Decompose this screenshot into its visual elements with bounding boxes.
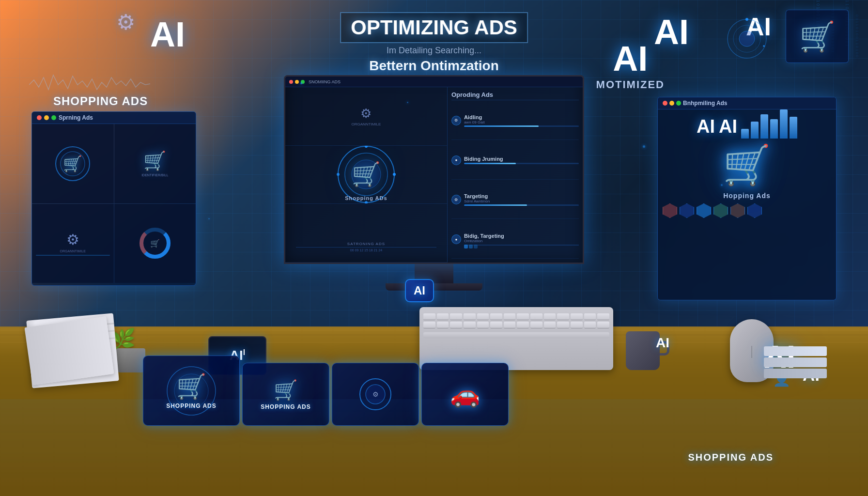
right-panel-title: Bnhpmiling Ads xyxy=(683,100,728,107)
cell-3-label: ORGANNTIMILE xyxy=(60,249,86,253)
item-title-1: Aidling xyxy=(464,114,579,120)
plant-leaves: 🌿 xyxy=(111,329,150,348)
svg-point-13 xyxy=(365,146,368,148)
key-7 xyxy=(504,313,516,320)
key-15 xyxy=(423,322,435,328)
right-panel-content: AI AI 🛒 Hopping Ads xyxy=(658,109,836,298)
gear-icon: ⚙ xyxy=(116,10,135,34)
left-panel-cell-4: 🛒 xyxy=(114,204,196,283)
svg-text:⚙: ⚙ xyxy=(372,390,379,398)
desk-card-3: ⚙ xyxy=(332,363,419,426)
left-panel-title: Sprning Ads xyxy=(59,114,93,121)
dot-b-2 xyxy=(469,245,473,248)
cell-3-bar xyxy=(36,255,110,256)
item-bar-1 xyxy=(464,125,579,127)
screen-right-item-4: ● Bidig, Targeting Omtization xyxy=(451,220,579,259)
ring-chart: 🛒 xyxy=(138,226,172,260)
rpanel-bar-3 xyxy=(760,114,768,139)
ring-cart-1: 🛒 xyxy=(53,144,92,183)
screen-topbar-title: SNOMIING ADS xyxy=(309,79,341,84)
mouse-click-line xyxy=(752,346,752,358)
svg-point-6 xyxy=(61,152,85,176)
right-panel-dot-yellow xyxy=(669,101,674,106)
item-title-3: Targeting xyxy=(464,193,579,199)
hex-5 xyxy=(730,203,745,218)
hex-1 xyxy=(663,203,677,218)
coffee-mug xyxy=(626,331,660,372)
rpanel-hexagons xyxy=(663,203,831,218)
book-stack xyxy=(764,346,827,380)
chart-bars xyxy=(360,214,372,241)
key-11 xyxy=(557,313,569,320)
right-panel-header: Bnhpmiling Ads xyxy=(658,97,836,109)
hex-4 xyxy=(713,203,728,218)
monitor-screen: SNOMIING ADS ⚙ ORGANNTIMILE xyxy=(284,75,584,264)
dot-b-1 xyxy=(464,245,468,248)
key-5 xyxy=(477,313,489,320)
screen-shopping-label: Shopping ADs xyxy=(345,195,387,201)
cell-2-label: IDENTIFIER/BILL xyxy=(141,173,168,177)
key-10 xyxy=(544,313,556,320)
item-title-2: Biding Jruming xyxy=(464,156,579,162)
particle-1 xyxy=(300,82,302,84)
key-18 xyxy=(464,322,476,328)
rpanel-bars xyxy=(741,114,797,139)
rpanel-ai-2: AI xyxy=(719,116,737,137)
chart-axis xyxy=(296,247,436,248)
screen-cell-chart: SATRONING ADS 06 09 12 15 18 21 24 xyxy=(285,204,447,263)
matrix-col-4: 00110100110100 xyxy=(852,15,860,58)
cart-icon-cell-2: 🛒 xyxy=(143,150,166,171)
center-glow-container: 🛒 xyxy=(352,161,381,188)
item-bar-fill-1 xyxy=(464,125,539,127)
desk-card-2-cart: 🛒 xyxy=(274,379,298,402)
svg-point-2 xyxy=(739,31,755,46)
right-panel-dot-green xyxy=(676,101,681,106)
left-panel-dot-yellow xyxy=(44,115,49,120)
rpanel-ai-1: AI xyxy=(697,116,715,137)
keyboard xyxy=(419,307,613,370)
optimizing-ads-title: OPTIMIZING ADS xyxy=(340,12,528,43)
key-21 xyxy=(504,322,516,328)
center-cart-icon: 🛒 xyxy=(352,161,381,187)
key-20 xyxy=(490,322,502,328)
shopping-ads-top-left: SHOPPING ADS xyxy=(53,94,148,108)
item-dot-1: ⚙ xyxy=(451,116,461,125)
desk-card-4: 🚗 xyxy=(421,363,509,426)
right-panel-dot-red xyxy=(663,101,667,106)
item-title-4: Bidig, Targeting xyxy=(464,233,579,239)
hex-2 xyxy=(680,203,694,218)
key-2 xyxy=(437,313,449,320)
monitor-screen-inner: ⚙ ORGANNTIMILE xyxy=(285,87,583,263)
screen-left: ⚙ ORGANNTIMILE xyxy=(285,87,448,263)
item-dots-bar xyxy=(464,245,579,246)
chart-axis-labels: 06 09 12 15 18 21 24 xyxy=(350,248,382,252)
screen-gear-label: ORGANNTIMILE xyxy=(352,122,381,126)
item-bar-2 xyxy=(464,163,579,164)
key-8 xyxy=(517,313,529,320)
ai-label-top-left: AI xyxy=(150,15,185,54)
key-17 xyxy=(450,322,462,328)
mug-body xyxy=(626,331,660,370)
screen-dot-red xyxy=(289,80,293,84)
desk-card-1-cart: 🛒 xyxy=(176,372,206,401)
item-text-4: Bidig, Targeting Omtization xyxy=(464,233,579,246)
desk-card-2-label: SHOPPING ADS xyxy=(261,403,311,410)
left-panel-dot-green xyxy=(51,115,56,120)
cart-icon-top-right: 🛒 xyxy=(799,19,836,54)
key-13 xyxy=(584,313,596,320)
ai-floating-button[interactable]: AI xyxy=(405,279,434,302)
key-4 xyxy=(464,313,476,320)
ring-chart-center: 🛒 xyxy=(150,239,160,248)
screen-cell-shopping: 🛒 Shopping ADs xyxy=(285,146,447,204)
rpanel-bar-5 xyxy=(780,109,788,139)
screen-right-title: Oproding Ads xyxy=(451,91,579,100)
item-sub-4: Omtization xyxy=(464,239,579,243)
screen-right: Oproding Ads ⚙ Aidling awn 09 Gait xyxy=(448,87,583,263)
hex-6 xyxy=(747,203,762,218)
book-3 xyxy=(764,369,827,378)
key-22 xyxy=(517,322,529,328)
svg-point-14 xyxy=(393,173,396,176)
item-dot-3: ⚙ xyxy=(451,195,461,204)
cart-icon-top-right-box: 🛒 xyxy=(786,10,849,63)
rpanel-bar-2 xyxy=(751,122,759,139)
